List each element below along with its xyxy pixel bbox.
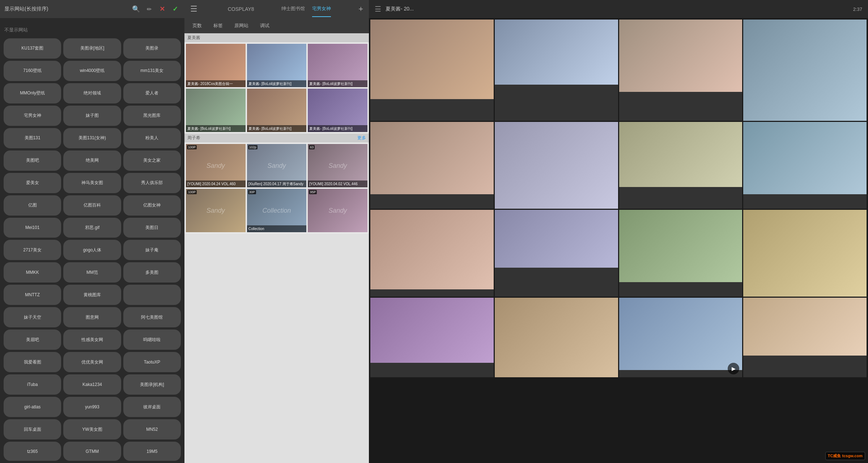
site-button-10[interactable]: 妹子图 <box>63 106 121 126</box>
right-image-7[interactable] <box>743 122 867 209</box>
right-image-15[interactable] <box>743 298 867 377</box>
site-button-17[interactable]: 美女之家 <box>123 150 181 171</box>
search-icon[interactable]: 🔍 <box>131 4 141 14</box>
zhouzhi-item-0[interactable]: Sandy 100P [YOUMI] 2020.04.24 VOL.460 <box>186 144 246 187</box>
zhouzhi-item-4[interactable]: Collection 30P Collection <box>247 189 307 232</box>
site-button-35[interactable] <box>123 285 181 305</box>
xiamei-item-1[interactable]: 夏美酱- [BoLoli波萝社新刊] <box>247 44 307 87</box>
site-button-23[interactable]: 亿图女神 <box>123 195 181 216</box>
site-button-26[interactable]: 美图日 <box>123 218 181 238</box>
site-button-0[interactable]: KU137套图 <box>4 38 61 59</box>
right-menu-icon[interactable]: ☰ <box>375 5 381 13</box>
site-button-13[interactable]: 美图131(女神) <box>63 128 121 148</box>
right-image-14[interactable]: ▶ <box>619 298 743 377</box>
site-button-12[interactable]: 美图131 <box>4 128 61 148</box>
site-button-40[interactable]: 性感美女网 <box>63 330 121 350</box>
nav-tab-debug[interactable]: 调试 <box>255 20 275 31</box>
right-image-10[interactable] <box>619 210 743 297</box>
site-button-19[interactable]: 神马美女图 <box>63 173 121 193</box>
xiamei-item-4[interactable]: 夏美酱- [BoLoli波萝社新刊] <box>247 89 307 132</box>
site-button-47[interactable]: 美图录[机构] <box>123 374 181 395</box>
site-button-6[interactable]: MMOnly壁纸 <box>4 83 61 103</box>
site-button-46[interactable]: Kaka1234 <box>63 374 121 395</box>
site-button-9[interactable]: 宅男女神 <box>4 106 61 126</box>
site-button-33[interactable]: MNTTZ <box>4 285 61 305</box>
right-image-4[interactable] <box>370 122 494 209</box>
right-image-11[interactable] <box>743 210 867 297</box>
site-button-53[interactable]: MN52 <box>123 419 181 439</box>
right-image-1[interactable] <box>495 20 618 121</box>
right-image-13[interactable] <box>495 298 618 377</box>
zhouzhi-item-3[interactable]: Sandy 100P <box>186 189 246 232</box>
site-button-2[interactable]: 美图录 <box>123 38 181 59</box>
site-button-28[interactable]: gogo人体 <box>63 240 121 260</box>
site-button-5[interactable]: mm131美女 <box>123 61 181 81</box>
site-button-52[interactable]: YW美女图 <box>63 419 121 439</box>
edit-icon[interactable]: ✏ <box>144 4 154 14</box>
right-image-12[interactable] <box>370 298 494 377</box>
zhouzhi-item-2[interactable]: Sandy 63 [YOUMI] 2020.04.02 VOL.446 <box>308 144 367 187</box>
more-link[interactable]: 更多 <box>357 135 366 141</box>
site-button-7[interactable]: 绝对领域 <box>63 83 121 103</box>
site-button-29[interactable]: 妹子庵 <box>123 240 181 260</box>
site-button-41[interactable]: 呜嗯哇啦 <box>123 330 181 350</box>
nav-tab-source[interactable]: 原网站 <box>229 20 254 31</box>
site-button-15[interactable]: 美图吧 <box>4 150 61 171</box>
play-button[interactable]: ▶ <box>728 363 739 374</box>
zhouzhi-item-1[interactable]: Sandy 102p [XiuRen] 2020.04.17 周于希Sandy <box>247 144 307 187</box>
site-button-1[interactable]: 美图录[地区] <box>63 38 121 59</box>
site-button-31[interactable]: MM范 <box>63 262 121 283</box>
site-button-3[interactable]: 7160壁纸 <box>4 61 61 81</box>
xiamei-item-3[interactable]: 夏美酱- [BoLoli波萝社新刊] <box>186 89 246 132</box>
tab-zhainan-goddess[interactable]: 宅男女神 <box>312 1 331 17</box>
site-button-45[interactable]: iTuba <box>4 374 61 395</box>
close-icon[interactable]: ✕ <box>157 4 167 14</box>
right-image-9[interactable] <box>495 210 618 297</box>
site-button-22[interactable]: 亿图百科 <box>63 195 121 216</box>
xiamei-item-2[interactable]: 夏美酱- [BoLoli波萝社新刊] <box>308 44 367 87</box>
site-button-42[interactable]: 我爱看图 <box>4 352 61 372</box>
right-image-3[interactable] <box>743 20 867 121</box>
site-button-54[interactable]: tz365 <box>4 442 61 461</box>
site-button-49[interactable]: yun993 <box>63 397 121 417</box>
site-button-11[interactable]: 黑光图库 <box>123 106 181 126</box>
site-button-30[interactable]: MMKK <box>4 262 61 283</box>
menu-button[interactable]: ☰ <box>190 4 197 14</box>
add-tab-button[interactable]: + <box>358 4 363 14</box>
site-button-20[interactable]: 秀人俱乐部 <box>123 173 181 193</box>
site-button-48[interactable]: girl-atlas <box>4 397 61 417</box>
site-button-43[interactable]: 优优美女网 <box>63 352 121 372</box>
site-button-44[interactable]: TaotuXP <box>123 352 181 372</box>
site-button-14[interactable]: 粉美人 <box>123 128 181 148</box>
nav-tab-tag[interactable]: 标签 <box>208 20 228 31</box>
nav-tab-page[interactable]: 页数 <box>187 20 207 31</box>
site-button-25[interactable]: 邪恶.gif <box>63 218 121 238</box>
site-button-4[interactable]: win4000壁纸 <box>63 61 121 81</box>
site-button-8[interactable]: 爱人者 <box>123 83 181 103</box>
site-button-27[interactable]: 2717美女 <box>4 240 61 260</box>
right-image-6[interactable] <box>619 122 743 209</box>
right-image-0[interactable] <box>370 20 494 121</box>
site-button-38[interactable]: 阿七美图馆 <box>123 307 181 327</box>
site-button-21[interactable]: 亿图 <box>4 195 61 216</box>
site-button-50[interactable]: 彼岸桌面 <box>123 397 181 417</box>
check-icon[interactable]: ✓ <box>170 4 180 14</box>
xiamei-item-5[interactable]: 夏美酱- [BoLoli波萝社新刊] <box>308 89 367 132</box>
site-button-56[interactable]: 19M5 <box>123 442 181 461</box>
site-button-18[interactable]: 爱美女 <box>4 173 61 193</box>
site-button-55[interactable]: GTMM <box>63 442 121 461</box>
site-button-36[interactable]: 妹子天空 <box>4 307 61 327</box>
site-button-16[interactable]: 绝美网 <box>63 150 121 171</box>
site-button-32[interactable]: 多美图 <box>123 262 181 283</box>
right-image-8[interactable] <box>370 210 494 297</box>
site-button-51[interactable]: 回车桌面 <box>4 419 61 439</box>
site-button-24[interactable]: Mei101 <box>4 218 61 238</box>
right-image-5[interactable] <box>495 122 618 209</box>
site-button-39[interactable]: 美眉吧 <box>4 330 61 350</box>
zhouzhi-item-5[interactable]: Sandy 95P <box>308 189 367 232</box>
tab-gentleman-library[interactable]: 绅士图书馆 <box>281 1 305 17</box>
xiamei-item-0[interactable]: 夏美酱- 2018Cos美图合辑一 <box>186 44 246 87</box>
site-button-37[interactable]: 图意网 <box>63 307 121 327</box>
site-button-34[interactable]: 黄桃图库 <box>63 285 121 305</box>
right-image-2[interactable] <box>619 20 743 121</box>
